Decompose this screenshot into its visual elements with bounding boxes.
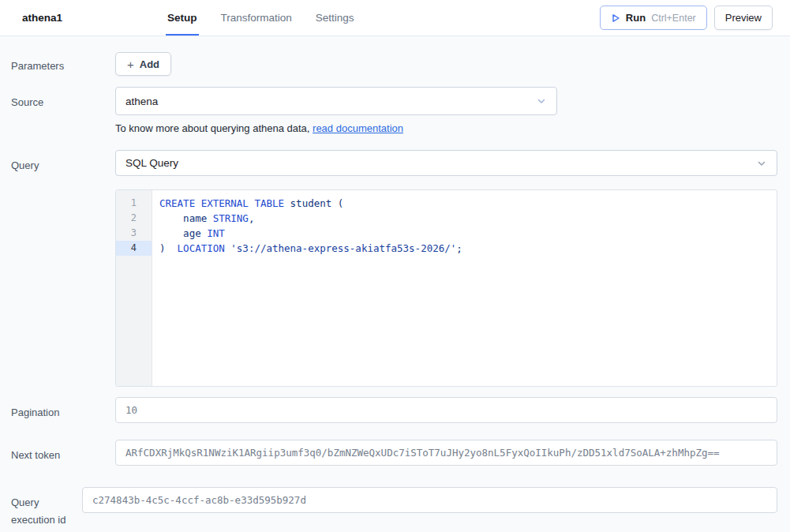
line-number: 2 bbox=[116, 211, 152, 226]
tab-setup-label: Setup bbox=[167, 12, 197, 24]
code-line[interactable]: CREATE EXTERNAL TABLE student ( bbox=[159, 196, 770, 211]
code-token-plain: ) bbox=[159, 242, 178, 254]
code-line[interactable]: ) LOCATION 's3://athena-express-akiatfa5… bbox=[159, 241, 770, 256]
parameters-row: Parameters + Add bbox=[0, 52, 790, 76]
code-token-keyword: INT bbox=[207, 227, 225, 239]
plus-icon: + bbox=[127, 58, 134, 70]
pagination-label: Pagination bbox=[0, 397, 115, 421]
code-line[interactable]: age INT bbox=[159, 226, 770, 241]
run-shortcut: Ctrl+Enter bbox=[651, 13, 696, 24]
code-token-plain: , bbox=[249, 212, 255, 224]
query-execution-id-input[interactable] bbox=[82, 487, 777, 513]
next-token-label: Next token bbox=[0, 440, 115, 464]
run-button[interactable]: Run Ctrl+Enter bbox=[600, 6, 707, 30]
chevron-down-icon bbox=[536, 96, 547, 107]
tab-transformation[interactable]: Transformation bbox=[219, 0, 294, 36]
query-label: Query bbox=[0, 150, 115, 174]
helper-prefix: To know more about querying athena data, bbox=[115, 122, 313, 134]
code-token-plain: student ( bbox=[290, 197, 344, 209]
chevron-down-icon bbox=[756, 158, 767, 169]
source-label: Source bbox=[0, 87, 115, 111]
source-dropdown[interactable]: athena bbox=[115, 87, 557, 115]
preview-button-label: Preview bbox=[725, 12, 762, 24]
query-execution-id-row: Query execution id bbox=[0, 487, 790, 529]
line-number: 1 bbox=[116, 196, 152, 211]
next-token-input[interactable] bbox=[115, 440, 777, 466]
tab-setup[interactable]: Setup bbox=[166, 0, 199, 36]
next-token-row: Next token bbox=[0, 440, 790, 466]
code-token-keyword: CREATE EXTERNAL TABLE bbox=[159, 197, 290, 209]
read-documentation-link[interactable]: read documentation bbox=[313, 122, 403, 134]
editor-tabs: Setup Transformation Settings bbox=[166, 0, 356, 36]
tab-settings[interactable]: Settings bbox=[314, 0, 356, 36]
query-mode-value: SQL Query bbox=[125, 157, 178, 169]
pagination-input[interactable] bbox=[115, 397, 777, 423]
query-mode-dropdown[interactable]: SQL Query bbox=[115, 150, 777, 176]
editor-code[interactable]: CREATE EXTERNAL TABLE student ( name STR… bbox=[152, 190, 777, 386]
source-row: Source athena To know more about queryin… bbox=[0, 87, 790, 134]
sql-code-editor[interactable]: 1234 CREATE EXTERNAL TABLE student ( nam… bbox=[115, 189, 777, 387]
query-editor-header: athena1 Setup Transformation Settings Ru… bbox=[0, 0, 790, 36]
code-token-string: 's3://athena-express-akiatfa53s-2026/' bbox=[230, 242, 456, 254]
line-number: 4 bbox=[116, 241, 152, 256]
line-number: 3 bbox=[116, 226, 152, 241]
code-token-keyword: LOCATION bbox=[178, 242, 231, 254]
header-actions: Run Ctrl+Enter Preview bbox=[600, 6, 773, 30]
run-button-label: Run bbox=[626, 12, 646, 24]
pagination-row: Pagination bbox=[0, 397, 790, 423]
code-token-plain: name bbox=[159, 212, 213, 224]
source-helper-text: To know more about querying athena data,… bbox=[115, 122, 777, 134]
add-parameter-button[interactable]: + Add bbox=[115, 52, 171, 76]
code-token-plain: ; bbox=[456, 242, 462, 254]
add-parameter-label: Add bbox=[140, 58, 159, 70]
query-row: Query SQL Query 1234 CREATE EXTERNAL TAB… bbox=[0, 150, 790, 387]
parameters-label: Parameters bbox=[0, 52, 115, 75]
preview-button[interactable]: Preview bbox=[714, 6, 773, 30]
play-icon bbox=[611, 13, 620, 23]
source-dropdown-value: athena bbox=[125, 96, 158, 107]
query-execution-id-label: Query execution id bbox=[0, 487, 82, 529]
query-setup-form: Parameters + Add Source athena To know m… bbox=[0, 36, 790, 529]
code-token-keyword: STRING bbox=[213, 212, 249, 224]
editor-gutter: 1234 bbox=[116, 190, 152, 386]
code-token-plain: age bbox=[159, 227, 207, 239]
tab-transformation-label: Transformation bbox=[221, 12, 292, 24]
query-name[interactable]: athena1 bbox=[22, 12, 62, 24]
tab-settings-label: Settings bbox=[316, 12, 354, 24]
code-line[interactable]: name STRING, bbox=[159, 211, 770, 226]
